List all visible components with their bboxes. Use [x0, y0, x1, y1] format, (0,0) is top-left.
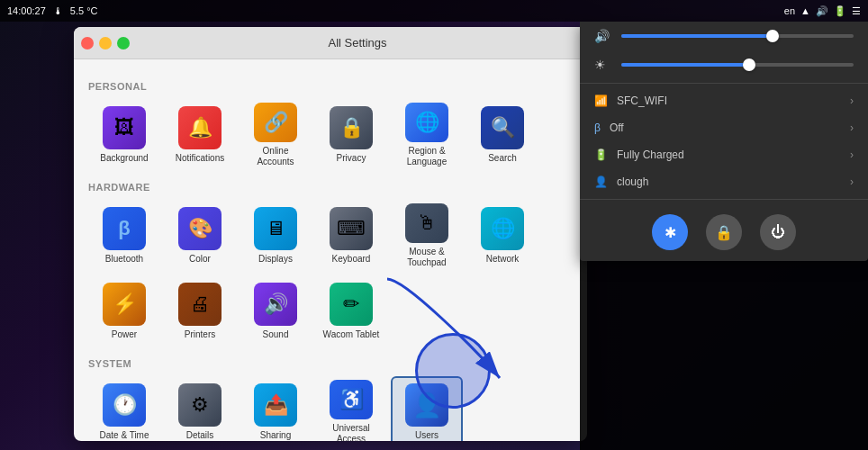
- sidebar-item-online-accounts[interactable]: 🔗 Online Accounts: [240, 99, 312, 171]
- details-label: Details: [186, 430, 214, 441]
- notifications-icon: 🔔: [178, 106, 222, 149]
- sidebar-item-power[interactable]: ⚡ Power: [88, 275, 160, 347]
- sidebar-item-printers[interactable]: 🖨 Printers: [164, 275, 236, 347]
- sidebar-item-mouse[interactable]: 🖱 Mouse & Touchpad: [391, 200, 463, 272]
- qs-battery-item[interactable]: 🔋 Fully Charged ›: [580, 141, 868, 168]
- system-section-label: System: [88, 358, 573, 369]
- brightness-qs-icon: ☀: [594, 58, 612, 72]
- settings-content: Personal 🖼 Background 🔔 Notifications 🔗 …: [74, 59, 587, 441]
- background-label: Background: [100, 153, 148, 164]
- sidebar-item-color[interactable]: 🎨 Color: [164, 200, 236, 272]
- power-label: Power: [112, 329, 137, 340]
- user-qs-icon: 👤: [594, 176, 608, 188]
- settings-titlebar: All Settings: [74, 27, 587, 59]
- sidebar-item-network[interactable]: 🌐 Network: [466, 200, 538, 272]
- panel-left: 14:00:27 🌡 5.5 °C: [7, 5, 98, 16]
- search-icon: 🔍: [481, 106, 524, 149]
- quick-settings-panel: 🔊 ☀ 📶 SFC_WIFI › β Off › 🔋 Fully Charged…: [580, 22, 868, 261]
- battery-qs-label: Fully Charged: [617, 148, 684, 161]
- brightness-row: ☀: [580, 50, 868, 79]
- volume-thumb[interactable]: [766, 30, 779, 42]
- universal-access-icon: ♿: [330, 380, 373, 419]
- sidebar-item-users[interactable]: 👤 Users: [391, 376, 463, 441]
- notifications-label: Notifications: [176, 153, 224, 164]
- wifi-qs-icon: 📶: [594, 94, 608, 107]
- panel-datetime: 14:00:27: [7, 5, 46, 16]
- users-icon: 👤: [405, 383, 448, 427]
- details-icon: ⚙: [178, 383, 222, 427]
- datetime-label: Date & Time: [99, 430, 149, 441]
- mouse-icon: 🖱: [405, 203, 448, 243]
- sound-label: Sound: [263, 329, 289, 340]
- maximize-button[interactable]: [117, 37, 130, 50]
- battery-panel-icon[interactable]: 🔋: [834, 5, 846, 17]
- sidebar-item-region[interactable]: 🌐 Region & Language: [391, 99, 463, 171]
- lock-circle-icon: 🔒: [715, 224, 733, 241]
- brightness-slider[interactable]: [621, 63, 854, 67]
- personal-grid: 🖼 Background 🔔 Notifications 🔗 Online Ac…: [88, 99, 573, 171]
- qs-lock-button[interactable]: 🔒: [706, 214, 742, 250]
- region-icon: 🌐: [405, 103, 448, 142]
- power-icon: ⚡: [103, 283, 146, 326]
- bluetooth-qs-label: Off: [610, 122, 624, 134]
- keyboard-icon: ⌨: [330, 207, 373, 250]
- qs-power-button[interactable]: ⏻: [760, 214, 796, 250]
- system-grid: 🕐 Date & Time ⚙ Details 📤 Sharing ♿ Univ…: [88, 376, 573, 441]
- displays-icon: 🖥: [254, 207, 297, 250]
- temp-icon: 🌡: [53, 5, 63, 16]
- brightness-fill: [621, 63, 749, 67]
- sidebar-item-search[interactable]: 🔍 Search: [466, 99, 538, 171]
- sidebar-item-sharing[interactable]: 📤 Sharing: [240, 376, 312, 441]
- minimize-button[interactable]: [99, 37, 112, 50]
- qs-user-item[interactable]: 👤 clough ›: [580, 168, 868, 195]
- menu-panel-icon[interactable]: ☰: [852, 5, 861, 17]
- sidebar-item-sound[interactable]: 🔊 Sound: [240, 275, 312, 347]
- volume-fill: [621, 34, 773, 38]
- sidebar-item-keyboard[interactable]: ⌨ Keyboard: [315, 200, 387, 272]
- sidebar-item-details[interactable]: ⚙ Details: [164, 376, 236, 441]
- sidebar-item-privacy[interactable]: 🔒 Privacy: [315, 99, 387, 171]
- sidebar-item-background[interactable]: 🖼 Background: [88, 99, 160, 171]
- qs-settings-button[interactable]: ✱: [652, 214, 688, 250]
- sidebar-item-bluetooth[interactable]: β Bluetooth: [88, 200, 160, 272]
- panel-right: en ▲ 🔊 🔋 ☰: [784, 5, 861, 17]
- volume-qs-icon: 🔊: [594, 29, 612, 43]
- qs-wifi-item[interactable]: 📶 SFC_WIFI ›: [580, 87, 868, 114]
- brightness-thumb[interactable]: [743, 58, 755, 71]
- close-button[interactable]: [81, 37, 94, 50]
- bluetooth-label: Bluetooth: [105, 254, 143, 265]
- personal-section-label: Personal: [88, 81, 573, 92]
- qs-bluetooth-item[interactable]: β Off ›: [580, 114, 868, 141]
- window-title: All Settings: [135, 36, 580, 50]
- mouse-label: Mouse & Touchpad: [394, 247, 459, 268]
- battery-qs-arrow: ›: [850, 148, 854, 161]
- sidebar-item-displays[interactable]: 🖥 Displays: [240, 200, 312, 272]
- keyboard-label: Keyboard: [332, 254, 371, 265]
- privacy-icon: 🔒: [330, 106, 373, 149]
- search-label: Search: [488, 153, 517, 164]
- volume-slider[interactable]: [621, 34, 854, 38]
- wifi-panel-icon: ▲: [800, 5, 810, 16]
- wacom-label: Wacom Tablet: [323, 329, 380, 340]
- keyboard-layout: en: [784, 5, 795, 16]
- bluetooth-qs-icon: β: [594, 122, 601, 134]
- hardware-section-label: Hardware: [88, 182, 573, 193]
- volume-row: 🔊: [580, 22, 868, 50]
- universal-access-label: Universal Access: [319, 423, 384, 441]
- sidebar-item-wacom[interactable]: ✏ Wacom Tablet: [315, 275, 387, 347]
- region-label: Region & Language: [394, 146, 459, 167]
- online-accounts-icon: 🔗: [254, 103, 297, 142]
- sound-icon: 🔊: [254, 283, 297, 326]
- settings-window: All Settings Personal 🖼 Background 🔔 Not…: [74, 27, 587, 441]
- sidebar-item-notifications[interactable]: 🔔 Notifications: [164, 99, 236, 171]
- background-icon: 🖼: [103, 106, 146, 149]
- printers-icon: 🖨: [178, 283, 222, 326]
- qs-sep-1: [580, 83, 868, 84]
- sharing-label: Sharing: [260, 430, 291, 441]
- sidebar-item-datetime[interactable]: 🕐 Date & Time: [88, 376, 160, 441]
- sidebar-item-universal-access[interactable]: ♿ Universal Access: [315, 376, 387, 441]
- qs-bottom-row: ✱ 🔒 ⏻: [580, 203, 868, 261]
- panel-temp: 5.5 °C: [70, 5, 98, 16]
- bluetooth-icon: β: [103, 207, 146, 250]
- user-qs-arrow: ›: [850, 176, 854, 188]
